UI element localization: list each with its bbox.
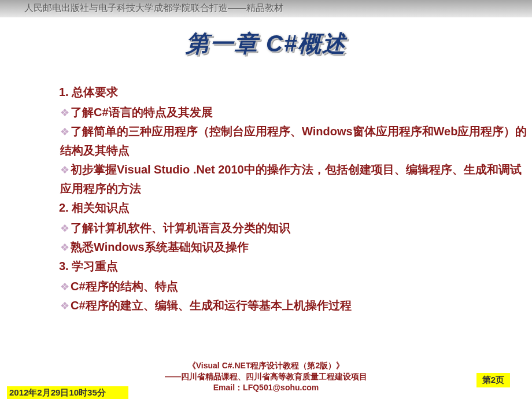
footer-book-title: 《Visual C#.NET程序设计教程（第2版）》 xyxy=(139,360,393,371)
diamond-icon: ❖ xyxy=(60,105,69,122)
footer-subtitle: ——四川省精品课程、四川省高等教育质量工程建设项目 xyxy=(139,371,393,382)
section-head-3: 3. 学习重点 xyxy=(59,257,532,276)
diamond-icon: ❖ xyxy=(60,220,69,238)
footer-center: 《Visual C#.NET程序设计教程（第2版）》 ——四川省精品课程、四川省… xyxy=(139,360,393,393)
timestamp: 2012年2月29日10时35分 xyxy=(7,386,128,399)
diamond-icon: ❖ xyxy=(60,279,69,296)
footer: 2012年2月29日10时35分 《Visual C#.NET程序设计教程（第2… xyxy=(0,357,532,399)
header-banner: 人民邮电出版社与电子科技大学成都学院联合打造——精品教材 xyxy=(0,0,532,17)
bullet-item: ❖C#程序的建立、编辑、生成和运行等基本上机操作过程 xyxy=(59,296,532,315)
bullet-text: C#程序的结构、特点 xyxy=(71,280,178,293)
diamond-icon: ❖ xyxy=(60,298,69,315)
bullet-text: 初步掌握Visual Studio .Net 2010中的操作方法，包括创建项目… xyxy=(60,163,522,195)
bullet-item: ❖熟悉Windows系统基础知识及操作 xyxy=(59,238,532,257)
bullet-text: 熟悉Windows系统基础知识及操作 xyxy=(71,241,249,253)
bullet-text: C#程序的建立、编辑、生成和运行等基本上机操作过程 xyxy=(71,299,352,312)
header-banner-text: 人民邮电出版社与电子科技大学成都学院联合打造——精品教材 xyxy=(24,3,283,13)
bullet-text: 了解计算机软件、计算机语言及分类的知识 xyxy=(71,221,290,234)
footer-email: Email：LFQ501@sohu.com xyxy=(139,382,393,393)
diamond-icon: ❖ xyxy=(60,124,69,141)
bullet-item: ❖了解简单的三种应用程序（控制台应用程序、Windows窗体应用程序和Web应用… xyxy=(59,122,532,160)
bullet-item: ❖了解C#语言的特点及其发展 xyxy=(59,103,532,122)
bullet-text: 了解C#语言的特点及其发展 xyxy=(71,106,213,119)
bullet-item: ❖了解计算机软件、计算机语言及分类的知识 xyxy=(59,219,532,238)
bullet-item: ❖初步掌握Visual Studio .Net 2010中的操作方法，包括创建项… xyxy=(59,160,532,198)
section-head-1: 1. 总体要求 xyxy=(59,83,532,102)
bullet-item: ❖C#程序的结构、特点 xyxy=(59,277,532,296)
slide-title: 第一章 C#概述 xyxy=(186,31,346,56)
bullet-text: 了解简单的三种应用程序（控制台应用程序、Windows窗体应用程序和Web应用程… xyxy=(60,125,527,157)
section-head-2: 2. 相关知识点 xyxy=(59,198,532,217)
page-number: 第2页 xyxy=(476,373,510,387)
diamond-icon: ❖ xyxy=(60,162,69,179)
slide-content: 1. 总体要求 ❖了解C#语言的特点及其发展 ❖了解简单的三种应用程序（控制台应… xyxy=(0,83,532,315)
diamond-icon: ❖ xyxy=(60,239,69,257)
slide-title-container: 第一章 C#概述 xyxy=(0,28,532,60)
